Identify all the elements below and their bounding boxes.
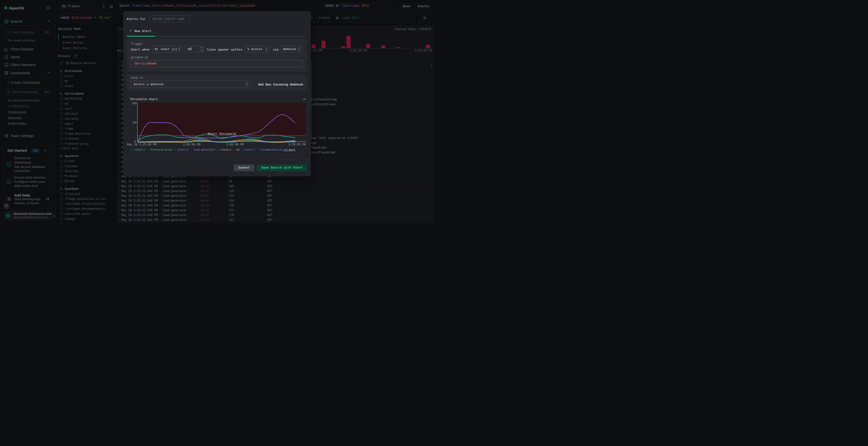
svg-text:60: 60 [133, 102, 136, 105]
svg-text:30: 30 [133, 121, 136, 125]
svg-text:Alert Threshold: Alert Threshold [208, 132, 236, 136]
